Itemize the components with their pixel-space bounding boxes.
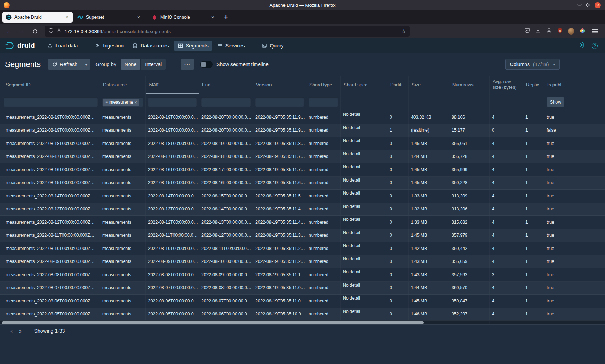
- cell-end: 2022-08-10T00:00:00.0…: [199, 255, 253, 268]
- ublock-icon[interactable]: u: [557, 28, 563, 35]
- back-button[interactable]: ←: [4, 26, 14, 36]
- table-row[interactable]: measurements_2022-08-14T00:00:00.000Z… m…: [0, 190, 605, 203]
- window-maximize-icon[interactable]: [586, 3, 590, 7]
- window-close-button[interactable]: ×: [595, 2, 601, 8]
- cell-num-rows: 359,847: [449, 295, 490, 308]
- table-row[interactable]: measurements_2022-08-19T00:00:00.000Z… m…: [0, 111, 605, 124]
- refresh-caret-button[interactable]: ▾: [82, 59, 90, 70]
- col-header-avg-row-size[interactable]: Avg. row size (bytes): [490, 76, 523, 94]
- table-row[interactable]: measurements_2022-08-12T00:00:00.000Z… m…: [0, 216, 605, 229]
- table-row[interactable]: measurements_2022-08-06T00:00:00.000Z… m…: [0, 295, 605, 308]
- refresh-button[interactable]: Refresh: [48, 59, 82, 70]
- col-header-version[interactable]: Version: [253, 76, 306, 94]
- col-header-end[interactable]: End: [199, 76, 253, 94]
- cell-end: 2022-08-11T00:00:00.0…: [199, 242, 253, 255]
- cell-size: 1.45 MB: [409, 177, 449, 190]
- cell-shard-spec: No detail: [341, 177, 387, 190]
- table-row[interactable]: measurements_2022-08-07T00:00:00.000Z… m…: [0, 282, 605, 295]
- window-shade-icon[interactable]: [577, 2, 581, 6]
- filter-shard-type-input[interactable]: [309, 97, 338, 107]
- bookmark-star-icon[interactable]: ☆: [402, 28, 406, 35]
- col-header-datasource[interactable]: Datasource: [100, 76, 146, 94]
- tab-close-icon[interactable]: ×: [65, 14, 69, 20]
- scrollbar-thumb[interactable]: [2, 321, 424, 324]
- nav-separator: [253, 42, 253, 49]
- col-header-shard-spec[interactable]: Shard spec: [341, 76, 387, 94]
- remove-filter-icon[interactable]: ×: [134, 100, 137, 105]
- col-header-size[interactable]: Size: [409, 76, 449, 94]
- forward-button[interactable]: →: [17, 26, 27, 36]
- pocket-icon[interactable]: [524, 28, 530, 35]
- table-row[interactable]: measurements_2022-08-16T00:00:00.000Z… m…: [0, 163, 605, 177]
- col-header-replicas[interactable]: Replic…: [523, 76, 544, 94]
- table-row[interactable]: measurements_2022-08-17T00:00:00.000Z… m…: [0, 150, 605, 164]
- url-bar[interactable]: 172.18.0.4:30899/unified-console.html#se…: [45, 26, 410, 37]
- cell-segment-id: measurements_2022-08-08T00:00:00.000Z…: [0, 268, 100, 281]
- col-header-num-rows[interactable]: Num rows: [449, 76, 490, 94]
- cell-is-published: true: [544, 282, 605, 295]
- next-page-button[interactable]: ›: [16, 327, 24, 335]
- table-row[interactable]: measurements_2022-08-15T00:00:00.000Z… m…: [0, 177, 605, 190]
- url-text[interactable]: 172.18.0.4:30899/unified-console.html#se…: [64, 29, 399, 34]
- reload-button[interactable]: [30, 26, 40, 36]
- settings-gear-icon[interactable]: [579, 42, 586, 50]
- tab-apache-druid[interactable]: Apache Druid ×: [2, 12, 73, 23]
- group-by-interval-button[interactable]: Interval: [141, 59, 166, 70]
- extension-pinwheel-icon[interactable]: [579, 28, 586, 35]
- menu-icon[interactable]: [591, 26, 599, 36]
- help-icon[interactable]: ?: [592, 43, 598, 49]
- table-row[interactable]: measurements_2022-08-13T00:00:00.000Z… m…: [0, 203, 605, 216]
- cell-segment-id: measurements_2022-08-19T00:00:00.000Z…: [0, 124, 100, 137]
- filter-segment-id-input[interactable]: [4, 97, 98, 107]
- filter-version-input[interactable]: [255, 97, 304, 107]
- table-row[interactable]: measurements_2022-08-09T00:00:00.000Z… m…: [0, 255, 605, 269]
- col-header-start[interactable]: Start: [146, 76, 199, 94]
- table-row[interactable]: measurements_2022-08-19T00:00:00.000Z… m…: [0, 124, 605, 137]
- horizontal-scrollbar[interactable]: [0, 320, 605, 324]
- show-filter-button[interactable]: Show: [547, 97, 564, 107]
- cell-size: 1.46 MB: [409, 308, 449, 321]
- more-options-button[interactable]: ···: [181, 59, 194, 70]
- cell-end: 2022-08-13T00:00:00.0…: [199, 216, 253, 229]
- cell-shard-spec: No detail: [341, 282, 387, 295]
- filter-end-input[interactable]: [201, 97, 251, 107]
- segment-timeline-toggle[interactable]: [200, 61, 213, 68]
- cell-shard-spec: No detail: [341, 268, 387, 281]
- new-tab-button[interactable]: +: [220, 14, 232, 21]
- profile-avatar[interactable]: [568, 28, 574, 35]
- nav-datasources[interactable]: Datasources: [129, 41, 172, 51]
- nav-ingestion[interactable]: Ingestion: [91, 41, 127, 51]
- nav-services[interactable]: Services: [214, 41, 248, 51]
- col-header-shard-type[interactable]: Shard type: [306, 76, 341, 94]
- tab-label: Apache Druid: [14, 15, 62, 20]
- downloads-icon[interactable]: [535, 28, 541, 35]
- nav-load-data[interactable]: Load data: [44, 41, 81, 51]
- datasource-filter-chip[interactable]: ≡ measurements ×: [103, 99, 139, 106]
- tab-minio-console[interactable]: MinIO Console ×: [148, 12, 219, 23]
- tab-superset[interactable]: Superset ×: [74, 12, 144, 23]
- filter-start-input[interactable]: [148, 97, 197, 107]
- nav-query[interactable]: Query: [258, 41, 287, 51]
- table-row[interactable]: measurements_2022-08-08T00:00:00.000Z… m…: [0, 268, 605, 282]
- table-row[interactable]: measurements_2022-08-05T00:00:00.000Z… m…: [0, 308, 605, 321]
- filter-cell: [306, 94, 341, 111]
- nav-segments[interactable]: Segments: [174, 41, 212, 51]
- group-by-none-button[interactable]: None: [121, 59, 140, 70]
- col-header-is-published[interactable]: Is publ…: [544, 76, 605, 94]
- filter-datasource-input[interactable]: ≡ measurements ×: [102, 97, 143, 107]
- tracking-protection-shield-icon[interactable]: [48, 28, 54, 35]
- cell-replicas: 1: [523, 308, 544, 321]
- tab-close-icon[interactable]: ×: [136, 14, 141, 20]
- table-row[interactable]: measurements_2022-08-18T00:00:00.000Z… m…: [0, 137, 605, 150]
- cell-segment-id: measurements_2022-08-12T00:00:00.000Z…: [0, 216, 100, 229]
- col-header-partition[interactable]: Partiti…: [387, 76, 409, 94]
- table-row[interactable]: measurements_2022-08-11T00:00:00.000Z… m…: [0, 229, 605, 242]
- account-icon[interactable]: [546, 28, 552, 35]
- columns-button[interactable]: Columns (17/18) ▾: [505, 59, 560, 70]
- prev-page-button[interactable]: ‹: [7, 327, 16, 335]
- col-header-segment-id[interactable]: Segment ID: [0, 76, 100, 94]
- lock-icon[interactable]: [57, 28, 62, 35]
- tab-close-icon[interactable]: ×: [211, 14, 215, 20]
- table-row[interactable]: measurements_2022-08-10T00:00:00.000Z… m…: [0, 242, 605, 255]
- druid-logo[interactable]: druid: [5, 42, 35, 50]
